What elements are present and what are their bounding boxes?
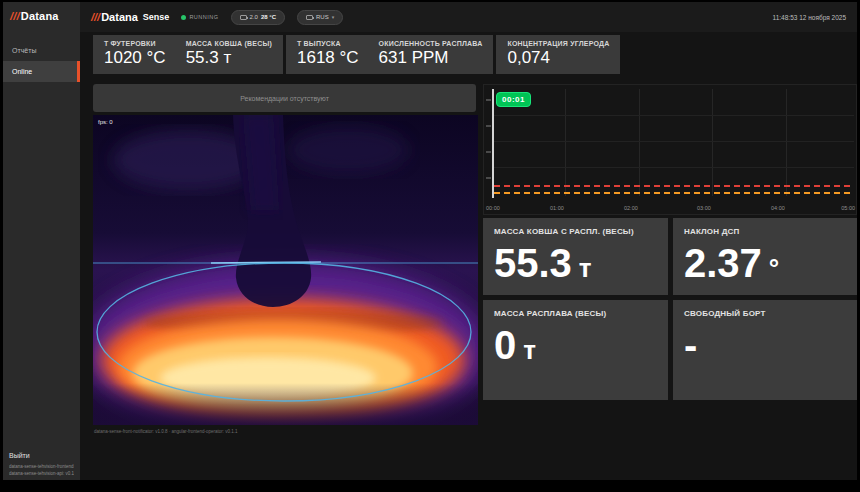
version-api: datana-sense-tehvision-api: v0.1.1 (9, 470, 74, 477)
threshold-line-orange (494, 192, 853, 194)
sidebar: ///Datana Отчёты Online Выйти datana-sen… (3, 2, 80, 480)
card-unit: т (579, 253, 592, 283)
y-tick (486, 151, 491, 153)
gridline (493, 141, 854, 142)
sidebar-item-reports[interactable]: Отчёты (3, 40, 80, 61)
metric-value: 1618 °C (297, 48, 359, 68)
x-tick-label: 04:00 (771, 205, 785, 211)
camera-version: 2.0 (250, 14, 258, 20)
x-tick-label: 03:00 (697, 205, 711, 211)
app-window: ///Datana Отчёты Online Выйти datana-sen… (0, 0, 860, 492)
metric-tap-temp: Т ВЫПУСКА 1618 °C (297, 40, 359, 68)
x-tick-label: 02:00 (624, 205, 638, 211)
card-unit: т (523, 335, 536, 365)
metric-value: 1020 °C (104, 48, 166, 68)
gridline (712, 89, 713, 196)
trend-chart: 00:01 00:00 01:00 02:00 03:00 04:00 05:0… (483, 84, 857, 215)
card-value: 55.3т (494, 243, 657, 283)
metric-ladle-mass: МАССА КОВША (ВЕСЫ) 55.3 т (186, 40, 272, 68)
card-value: 2.37° (684, 243, 846, 283)
card-label: МАССА РАСПЛАВА (ВЕСЫ) (494, 309, 657, 318)
language-chip[interactable]: RUS ▾ (297, 10, 343, 25)
sidebar-footer: Выйти datana-sense-tehvision-frontend: v… (3, 452, 80, 477)
gridline (786, 89, 787, 196)
card-label: МАССА КОВША С РАСПЛ. (ВЕСЫ) (494, 227, 657, 236)
camera-temp-chip[interactable]: 2.0 28 °C (231, 10, 285, 25)
metric-carbon: КОНЦЕНТРАЦИЯ УГЛЕРОДА 0,074 (507, 40, 609, 68)
sidebar-logo-text: Datana (21, 10, 59, 22)
chevron-down-icon: ▾ (332, 14, 335, 20)
metric-group-3: КОНЦЕНТРАЦИЯ УГЛЕРОДА 0,074 (496, 35, 620, 74)
x-tick-label: 01:00 (550, 205, 564, 211)
recommendations-text: Рекомендации отсутствуют (240, 95, 329, 102)
status-label: RUNNING (189, 14, 218, 20)
version-frontend: datana-sense-tehvision-frontend: v0.1.4 (9, 463, 74, 470)
metric-group-2: Т ВЫПУСКА 1618 °C ОКИСЛЕННОСТЬ РАСПЛАВА … (286, 35, 493, 74)
gridline (565, 89, 566, 196)
metric-label: МАССА КОВША (ВЕСЫ) (186, 40, 272, 47)
gridline (493, 167, 854, 168)
metric-oxidation: ОКИСЛЕННОСТЬ РАСПЛАВА 631 PPM (379, 40, 483, 68)
gridline (639, 89, 640, 196)
flag-icon (306, 15, 313, 20)
card-number: 2.37 (684, 241, 762, 285)
metric-lining-temp: Т ФУТЕРОВКИ 1020 °C (104, 40, 166, 68)
product-name: Sense (143, 12, 170, 22)
card-value: - (684, 325, 846, 365)
camera-temp: 28 °C (261, 14, 276, 20)
running-dot-icon (181, 15, 186, 20)
elapsed-time-badge: 00:01 (496, 92, 531, 107)
metrics-strip: Т ФУТЕРОВКИ 1020 °C МАССА КОВША (ВЕСЫ) 5… (93, 35, 620, 74)
card-value: 0т (494, 325, 657, 365)
y-tick (486, 125, 491, 127)
main-area: ///Datana Sense RUNNING 2.0 28 °C RUS ▾ … (80, 2, 857, 480)
thermal-image (93, 115, 478, 425)
recommendations-banner: Рекомендации отсутствуют (93, 84, 476, 112)
datetime-clock: 11:48:53 12 ноября 2025 (773, 14, 846, 21)
sidebar-logo: ///Datana (3, 2, 80, 28)
status-indicator: RUNNING (181, 14, 218, 20)
card-number: - (684, 323, 697, 367)
y-axis-cursor-line (492, 89, 494, 198)
threshold-line-red (494, 185, 853, 187)
x-tick-label: 05:00 (841, 205, 855, 211)
metric-value: 55.3 т (186, 48, 272, 68)
metric-value: 631 PPM (379, 48, 483, 68)
fps-label: fps: 0 (98, 119, 113, 125)
thermal-camera-view: fps: 0 (93, 115, 478, 425)
metric-label: ОКИСЛЕННОСТЬ РАСПЛАВА (379, 40, 483, 47)
card-label: СВОБОДНЫЙ БОРТ (684, 309, 846, 318)
language-code: RUS (316, 14, 329, 20)
metric-group-1: Т ФУТЕРОВКИ 1020 °C МАССА КОВША (ВЕСЫ) 5… (93, 35, 283, 74)
sidebar-item-online[interactable]: Online (3, 61, 80, 82)
gridline (493, 115, 854, 116)
metric-value: 0,074 (507, 48, 609, 68)
card-label: НАКЛОН ДСП (684, 227, 846, 236)
y-tick (486, 177, 491, 179)
header-logo-text: Datana (101, 11, 138, 23)
logout-button[interactable]: Выйти (9, 452, 74, 459)
header-logo: ///Datana (91, 11, 138, 23)
card-dsp-tilt: НАКЛОН ДСП 2.37° (673, 218, 857, 295)
metric-label: КОНЦЕНТРАЦИЯ УГЛЕРОДА (507, 40, 609, 47)
y-tick (486, 99, 491, 101)
x-tick-label: 00:00 (486, 205, 500, 211)
camera-icon (240, 15, 247, 20)
card-melt-mass: МАССА РАСПЛАВА (ВЕСЫ) 0т (483, 300, 668, 400)
card-number: 0 (494, 323, 516, 367)
metric-label: Т ФУТЕРОВКИ (104, 40, 166, 47)
top-bar: ///Datana Sense RUNNING 2.0 28 °C RUS ▾ … (80, 2, 857, 32)
card-freeboard: СВОБОДНЫЙ БОРТ - (673, 300, 857, 400)
metric-label: Т ВЫПУСКА (297, 40, 359, 47)
card-number: 55.3 (494, 241, 572, 285)
sidebar-nav: Отчёты Online (3, 40, 80, 82)
card-unit: ° (769, 253, 779, 283)
camera-version-footer: datana-sense-front-notificator: v1.0.8 ·… (94, 429, 238, 434)
datana-slashes-icon: /// (91, 11, 100, 23)
card-ladle-with-melt-mass: МАССА КОВША С РАСПЛ. (ВЕСЫ) 55.3т (483, 218, 668, 295)
datana-slashes-icon: /// (10, 10, 20, 22)
